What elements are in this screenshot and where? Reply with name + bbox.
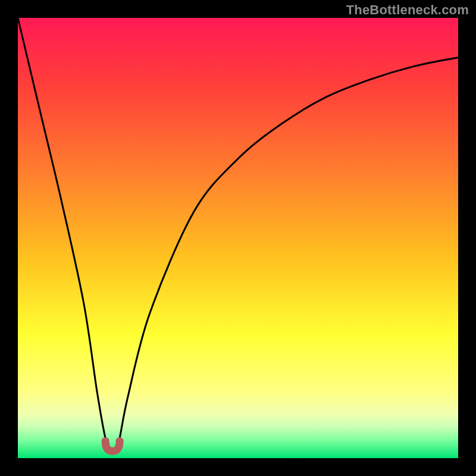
bottleneck-curve xyxy=(18,18,458,458)
attribution-label: TheBottleneck.com xyxy=(346,2,469,18)
minimum-marker xyxy=(105,441,120,451)
curve-path xyxy=(18,18,458,450)
chart-area xyxy=(18,18,458,458)
